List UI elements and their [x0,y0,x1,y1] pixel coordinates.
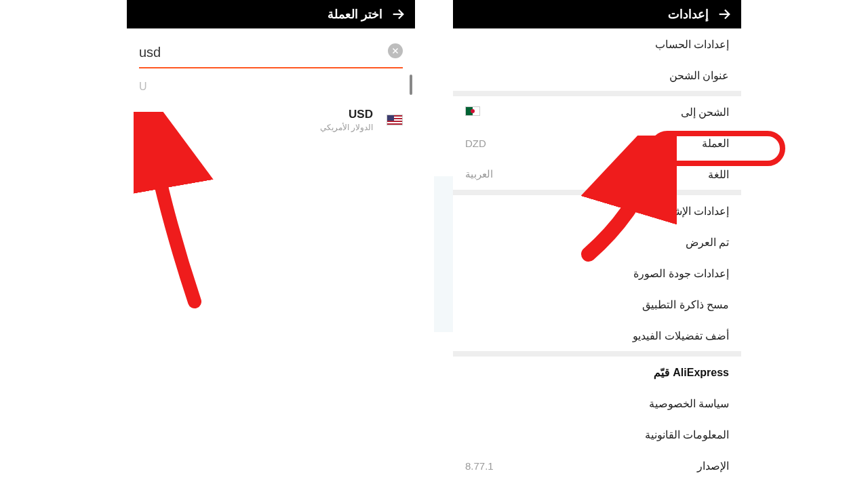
annotation-arrow-left [134,112,222,315]
topbar-currency: اختر العملة [127,0,415,28]
currency-select-screen: اختر العملة U USD الدولار الأمريكي [127,0,415,488]
row-privacy[interactable]: سياسة الخصوصية [453,388,741,419]
row-clear-cache[interactable]: مسح ذاكرة التطبيق [453,289,741,320]
back-arrow-icon[interactable] [391,7,406,22]
topbar-title: اختر العملة [328,7,382,22]
flag-dz-icon [465,106,480,118]
row-language[interactable]: العربية اللغة [453,159,741,190]
row-video-prefs[interactable]: أضف تفضيلات الفيديو [453,320,741,351]
row-account[interactable]: إعدادات الحساب [453,28,741,60]
row-notifications[interactable]: إعدادات الإشعارات [453,195,741,226]
currency-name: الدولار الأمريكي [320,123,373,132]
row-shipping-address[interactable]: عنوان الشحن [453,60,741,91]
settings-screen: إعدادات إعدادات الحساب عنوان الشحن الشحن… [453,0,741,488]
watermark [434,176,453,332]
row-version: 8.77.1 الإصدار [453,450,741,481]
row-ship-to[interactable]: الشحن إلى [453,96,741,127]
row-rate[interactable]: قيّم AliExpress [453,357,741,388]
currency-option-usd[interactable]: USD الدولار الأمريكي [127,98,415,140]
flag-us-icon [387,115,403,125]
language-label: اللغة [708,168,729,181]
row-legal[interactable]: المعلومات القانونية [453,419,741,450]
currency-text: USD الدولار الأمريكي [320,108,380,132]
clear-search-icon[interactable] [388,43,403,58]
currency-code: USD [320,108,373,121]
currency-value: DZD [465,138,486,149]
divider [453,351,741,357]
scrollbar[interactable] [410,75,412,95]
version-label: الإصدار [697,460,729,472]
currency-search-input[interactable] [139,41,403,68]
divider [453,190,741,195]
topbar-settings: إعدادات [453,0,741,28]
row-currency[interactable]: DZD العملة [453,127,741,159]
topbar-title: إعدادات [668,7,709,22]
radio-selected-icon [139,113,153,127]
back-arrow-icon[interactable] [717,7,732,22]
section-letter: U [127,68,415,98]
language-value: العربية [465,168,493,180]
currency-search-wrap [127,28,415,68]
divider [453,91,741,96]
row-viewed[interactable]: تم العرض [453,226,741,258]
row-image-quality[interactable]: إعدادات جودة الصورة [453,258,741,289]
version-value: 8.77.1 [465,460,494,472]
currency-label: العملة [702,137,729,150]
